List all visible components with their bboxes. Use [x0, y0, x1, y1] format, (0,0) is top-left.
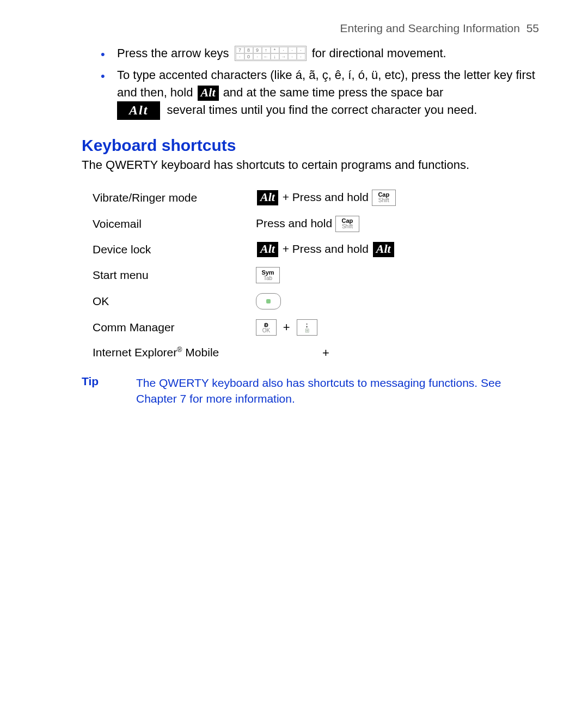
bullet-arrow-keys: Press the arrow keys 789 ↑*· ·· ·0· ←↓→ …: [82, 45, 539, 62]
key-bot: OK: [262, 328, 270, 333]
shortcut-keys: ʚ OK + ; ⊞: [256, 314, 401, 341]
table-row: Device lock Alt + Press and hold Alt: [93, 237, 401, 262]
alt-key-icon: Alt: [257, 242, 278, 257]
bullet-list: Press the arrow keys 789 ↑*· ·· ·0· ←↓→ …: [82, 45, 539, 120]
tip-note: Tip The QWERTY keyboard also has shortcu…: [82, 375, 539, 407]
comm-ok-key-icon: ʚ OK: [256, 319, 277, 336]
tip-body: The QWERTY keyboard also has shortcuts t…: [136, 375, 539, 407]
text: Press the arrow keys: [117, 46, 229, 60]
bullet-accented-chars: To type accented characters (like á, ã, …: [82, 66, 539, 120]
shortcut-label: OK: [93, 288, 256, 314]
section-title: Keyboard shortcuts: [82, 136, 539, 155]
plus-icon: +: [283, 320, 290, 334]
cap-shift-key-icon: Cap Shift: [372, 190, 396, 206]
text: Internet Explorer: [93, 346, 177, 359]
windows-key-icon: ; ⊞: [297, 319, 317, 336]
shortcut-keys: Sym Tab: [256, 262, 401, 288]
alt-key-long-icon: Alt: [117, 101, 160, 120]
alt-key-icon: Alt: [198, 86, 219, 101]
table-row: OK: [93, 288, 401, 314]
ok-button-key-icon: [256, 293, 281, 309]
sym-tab-key-icon: Sym Tab: [256, 267, 280, 283]
shortcut-keys: Press and hold Cap Shift: [256, 211, 401, 237]
cap-shift-key-icon: Cap Shift: [335, 216, 359, 232]
table-row: Internet Explorer® Mobile +: [93, 341, 401, 364]
shortcut-keys: +: [256, 341, 401, 364]
key-bot: Tab: [264, 276, 272, 281]
shortcut-label: Device lock: [93, 237, 256, 262]
text: Mobile: [182, 346, 219, 359]
running-head: Entering and Searching Information 55: [82, 22, 539, 35]
shortcut-keys: Alt + Press and hold Alt: [256, 237, 401, 262]
table-row: Start menu Sym Tab: [93, 262, 401, 288]
table-row: Comm Manager ʚ OK + ; ⊞: [93, 314, 401, 341]
page-number: 55: [526, 22, 539, 34]
table-row: Vibrate/Ringer mode Alt + Press and hold…: [93, 185, 401, 211]
registered-icon: ®: [177, 346, 182, 354]
alt-key-icon: Alt: [257, 190, 278, 205]
text: + Press and hold: [283, 190, 369, 203]
shortcut-keys: Alt + Press and hold Cap Shift: [256, 185, 401, 211]
shortcut-label: Vibrate/Ringer mode: [93, 185, 256, 211]
shortcut-label: Start menu: [93, 262, 256, 288]
center-dot-icon: [266, 299, 271, 303]
shortcut-keys: [256, 288, 401, 314]
windows-logo-icon: ⊞: [305, 328, 309, 333]
plus-icon: +: [322, 346, 329, 360]
shortcuts-table: Vibrate/Ringer mode Alt + Press and hold…: [93, 185, 401, 365]
shortcut-label: Voicemail: [93, 211, 256, 237]
running-title: Entering and Searching Information: [340, 22, 520, 34]
text: + Press and hold: [283, 242, 369, 255]
text: several times until you find the correct…: [167, 103, 477, 117]
shortcut-label: Comm Manager: [93, 314, 256, 341]
section-intro: The QWERTY keyboard has shortcuts to cer…: [82, 157, 539, 174]
text: Press and hold: [256, 216, 332, 229]
text: and at the same time press the space bar: [223, 86, 444, 99]
key-bot: Shift: [342, 224, 353, 229]
tip-label: Tip: [82, 375, 136, 407]
text: for directional movement.: [312, 46, 446, 60]
alt-key-icon: Alt: [373, 242, 394, 257]
table-row: Voicemail Press and hold Cap Shift: [93, 211, 401, 237]
shortcut-label: Internet Explorer® Mobile: [93, 341, 256, 364]
key-bot: Shift: [378, 198, 389, 203]
arrow-keys-icon: 789 ↑*· ·· ·0· ←↓→ ··: [235, 46, 307, 61]
